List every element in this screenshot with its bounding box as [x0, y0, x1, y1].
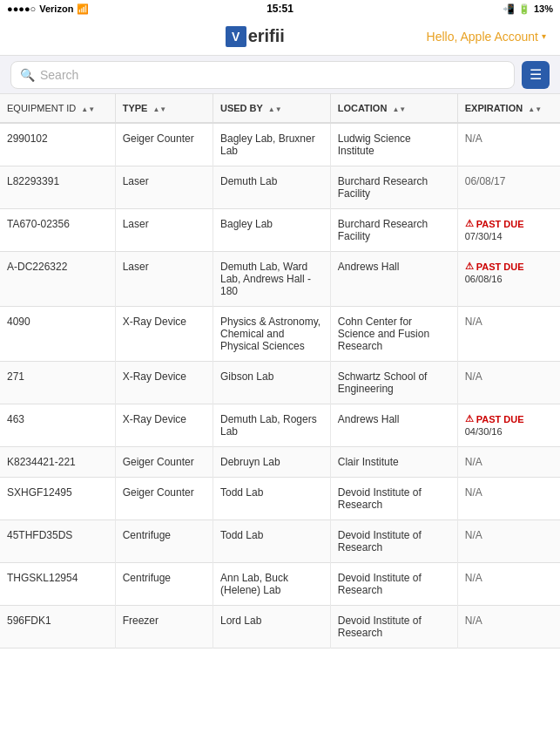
expiry-date: 06/08/16 [465, 274, 553, 284]
cell-expiration: ⚠PAST DUE07/30/14 [457, 209, 560, 252]
status-left: ●●●●○ Verizon 📶 [7, 3, 89, 15]
cell-location: Cohn Center for Science and Fusion Resea… [330, 307, 457, 362]
search-bar: 🔍 Search ☰ [0, 56, 560, 94]
cell-type: Laser [115, 252, 213, 307]
sort-icon-used: ▲▼ [268, 106, 282, 113]
cell-used-by: Demuth Lab [213, 166, 330, 209]
cell-id: 2990102 [0, 123, 115, 166]
cell-type: Geiger Counter [115, 123, 213, 166]
table-row[interactable]: 463X-Ray DeviceDemuth Lab, Rogers LabAnd… [0, 404, 560, 447]
carrier-name: Verizon [39, 3, 73, 14]
expiry-na: N/A [465, 529, 482, 541]
cell-expiration: ⚠PAST DUE04/30/16 [457, 404, 560, 447]
search-placeholder: Search [40, 68, 78, 82]
cell-expiration: 06/08/17 [457, 166, 560, 209]
col-header-id[interactable]: EQUIPMENT ID ▲▼ [0, 94, 115, 123]
cell-location: Schwartz School of Engineering [330, 362, 457, 404]
cell-type: X-Ray Device [115, 362, 213, 404]
table-row[interactable]: SXHGF12495Geiger CounterTodd LabDevoid I… [0, 478, 560, 520]
table-row[interactable]: 2990102Geiger CounterBagley Lab, Bruxner… [0, 123, 560, 166]
cell-location: Andrews Hall [330, 252, 457, 307]
cell-expiration: N/A [457, 478, 560, 520]
cell-location: Devoid Institute of Research [330, 606, 457, 649]
cell-type: X-Ray Device [115, 307, 213, 362]
table-row[interactable]: A-DC226322LaserDemuth Lab, Ward Lab, And… [0, 252, 560, 307]
status-bar: ●●●●○ Verizon 📶 15:51 📲 🔋 13% [0, 0, 560, 17]
table-row[interactable]: THGSKL12954CentrifugeAnn Lab, Buck (Hele… [0, 563, 560, 606]
cell-location: Burchard Research Facility [330, 209, 457, 252]
cell-type: Centrifuge [115, 520, 213, 563]
cell-location: Devoid Institute of Research [330, 563, 457, 606]
cell-used-by: Debruyn Lab [213, 447, 330, 478]
cell-expiration: N/A [457, 362, 560, 404]
table-row[interactable]: 4090X-Ray DevicePhysics & Astronomy, Che… [0, 307, 560, 362]
table-row[interactable]: 45THFD35DSCentrifugeTodd LabDevoid Insti… [0, 520, 560, 563]
sort-icon-expiration: ▲▼ [528, 106, 542, 113]
account-label: Hello, Apple Account [427, 30, 538, 44]
cell-type: X-Ray Device [115, 404, 213, 447]
cell-expiration: N/A [457, 606, 560, 649]
expiry-na: 06/08/17 [465, 175, 506, 187]
cell-location: Ludwig Science Institute [330, 123, 457, 166]
table-body: 2990102Geiger CounterBagley Lab, Bruxner… [0, 123, 560, 649]
past-due-badge: ⚠PAST DUE [465, 413, 553, 424]
cell-used-by: Bagley Lab, Bruxner Lab [213, 123, 330, 166]
filter-button[interactable]: ☰ [522, 61, 550, 89]
logo-text: erifii [248, 26, 285, 46]
table-header: EQUIPMENT ID ▲▼ TYPE ▲▼ USED BY ▲▼ LOCAT… [0, 94, 560, 123]
search-field[interactable]: 🔍 Search [10, 61, 515, 89]
cell-location: Clair Institute [330, 447, 457, 478]
cell-expiration: N/A [457, 447, 560, 478]
cell-location: Devoid Institute of Research [330, 478, 457, 520]
status-time: 15:51 [267, 3, 293, 15]
expiry-date: 07/30/14 [465, 231, 553, 241]
expiry-date: 04/30/16 [465, 426, 553, 437]
cell-expiration: N/A [457, 520, 560, 563]
logo-icon: V [226, 26, 246, 47]
app-header: V erifii Hello, Apple Account ▾ [0, 17, 560, 56]
app-logo: V erifii [226, 26, 285, 47]
cell-type: Geiger Counter [115, 478, 213, 520]
filter-icon: ☰ [530, 66, 542, 83]
table-row[interactable]: L82293391LaserDemuth LabBurchard Researc… [0, 166, 560, 209]
cell-used-by: Demuth Lab, Ward Lab, Andrews Hall - 180 [213, 252, 330, 307]
search-icon: 🔍 [20, 68, 35, 82]
status-right: 📲 🔋 13% [503, 3, 553, 15]
expiry-na: N/A [465, 370, 482, 383]
cell-used-by: Bagley Lab [213, 209, 330, 252]
cell-id: SXHGF12495 [0, 478, 115, 520]
expiry-na: N/A [465, 456, 482, 468]
cell-type: Laser [115, 209, 213, 252]
cell-id: L82293391 [0, 166, 115, 209]
table-row[interactable]: 596FDK1FreezerLord LabDevoid Institute o… [0, 606, 560, 649]
table-row[interactable]: 271X-Ray DeviceGibson LabSchwartz School… [0, 362, 560, 404]
past-due-badge: ⚠PAST DUE [465, 261, 553, 272]
cell-type: Freezer [115, 606, 213, 649]
cell-location: Devoid Institute of Research [330, 520, 457, 563]
cell-used-by: Demuth Lab, Rogers Lab [213, 404, 330, 447]
expiry-na: N/A [465, 572, 482, 584]
sort-icon-type: ▲▼ [152, 106, 166, 113]
table-row[interactable]: K8234421-221Geiger CounterDebruyn LabCla… [0, 447, 560, 478]
expiry-na: N/A [465, 132, 482, 145]
past-due-badge: ⚠PAST DUE [465, 218, 553, 229]
sort-icon-id: ▲▼ [81, 106, 95, 113]
col-header-expiration[interactable]: EXPIRATION ▲▼ [457, 94, 560, 123]
cell-used-by: Todd Lab [213, 520, 330, 563]
chevron-down-icon: ▾ [542, 31, 546, 41]
warning-icon: ⚠ [465, 218, 474, 229]
cell-used-by: Gibson Lab [213, 362, 330, 404]
col-header-used[interactable]: USED BY ▲▼ [213, 94, 330, 123]
cell-expiration: N/A [457, 563, 560, 606]
cell-id: 45THFD35DS [0, 520, 115, 563]
account-button[interactable]: Hello, Apple Account ▾ [427, 30, 546, 44]
signal-dots: ●●●●○ [7, 3, 36, 14]
table-row[interactable]: TA670-02356LaserBagley LabBurchard Resea… [0, 209, 560, 252]
cell-location: Andrews Hall [330, 404, 457, 447]
col-header-type[interactable]: TYPE ▲▼ [115, 94, 213, 123]
cell-id: 271 [0, 362, 115, 404]
col-header-location[interactable]: LOCATION ▲▼ [330, 94, 457, 123]
cell-used-by: Lord Lab [213, 606, 330, 649]
warning-icon: ⚠ [465, 261, 474, 272]
sort-icon-location: ▲▼ [392, 106, 406, 113]
